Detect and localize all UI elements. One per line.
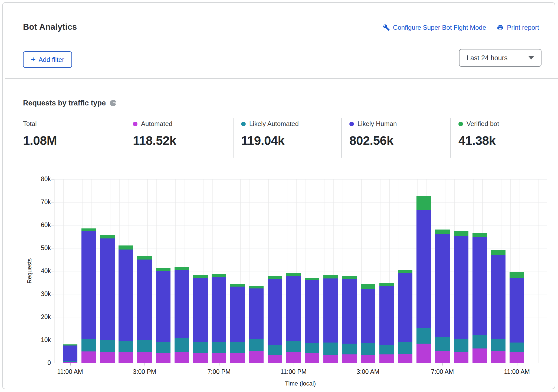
segment-automated [305, 353, 319, 363]
segment-likely-human [416, 210, 431, 328]
segment-verified-bot [323, 275, 338, 278]
segment-likely-human [323, 278, 338, 343]
stat-likely-human[interactable]: Likely Human 802.56k [349, 118, 397, 148]
stat-label: Verified bot [467, 120, 499, 128]
verified-bot-dot-icon [458, 122, 463, 126]
bar-11-00-am-0[interactable] [63, 344, 77, 363]
x-axis-title: Time (local) [285, 380, 316, 387]
bar-7-00-am-20[interactable] [435, 230, 450, 363]
time-range-select[interactable]: Last 24 hours [459, 49, 541, 67]
segment-verified-bot [100, 235, 115, 238]
bar-1-00-am-14[interactable] [323, 275, 338, 363]
section-title-row: Requests by traffic type [23, 99, 116, 107]
bar-6-00-am-19[interactable] [416, 196, 431, 363]
segment-likely-human [398, 273, 412, 342]
stat-verified-bot[interactable]: Verified bot 41.38k [458, 118, 499, 148]
segment-automated [342, 354, 357, 363]
segment-likely-automated [435, 337, 450, 351]
segment-likely-human [230, 287, 245, 343]
y-tick-mark [51, 317, 54, 317]
segment-likely-automated [454, 339, 468, 352]
bar-4-00-am-17[interactable] [379, 283, 394, 363]
bot-analytics-card: Bot Analytics Configure Super Bot Fight … [2, 2, 555, 389]
bar-2-00-am-15[interactable] [342, 276, 357, 363]
bar-10-00-am-23[interactable] [491, 250, 506, 363]
x-tick-label: 7:00 AM [418, 368, 467, 376]
bar-3-00-pm-4[interactable] [137, 256, 152, 363]
bar-5-00-am-18[interactable] [398, 270, 412, 363]
stat-likely-automated[interactable]: Likely Automated 119.04k [241, 118, 299, 148]
y-tick-mark [51, 294, 54, 294]
configure-super-bot-fight-mode-link[interactable]: Configure Super Bot Fight Mode [383, 24, 486, 31]
vertical-gridline [63, 179, 64, 363]
segment-likely-automated [193, 342, 208, 353]
bar-4-00-pm-5[interactable] [156, 268, 170, 363]
segment-verified-bot [305, 278, 319, 280]
segment-likely-automated [119, 341, 133, 352]
bar-5-00-pm-6[interactable] [175, 267, 189, 363]
segment-likely-automated [323, 343, 338, 355]
horizontal-gridline [54, 179, 547, 180]
x-tick-mark [145, 363, 145, 366]
segment-automated [119, 352, 133, 363]
segment-automated [100, 352, 115, 363]
y-tick-label: 40k [32, 267, 51, 274]
segment-verified-bot [435, 230, 450, 234]
segment-likely-human [119, 250, 133, 341]
bar-9-00-pm-10[interactable] [249, 286, 264, 363]
x-tick-label: 7:00 PM [195, 368, 243, 376]
bar-11-00-pm-12[interactable] [286, 273, 301, 363]
bar-1-00-pm-2[interactable] [100, 235, 115, 363]
stat-label: Likely Automated [249, 120, 299, 128]
segment-likely-automated [305, 343, 319, 353]
segment-likely-human [491, 255, 506, 338]
segment-verified-bot [156, 268, 170, 271]
segment-likely-automated [230, 342, 245, 353]
stat-value: 41.38k [458, 133, 499, 148]
page-title: Bot Analytics [23, 22, 77, 32]
horizontal-gridline [54, 225, 547, 225]
x-tick-mark [219, 363, 219, 366]
bar-9-00-am-22[interactable] [472, 233, 487, 363]
stat-label: Automated [141, 120, 172, 128]
y-tick-label: 0 [32, 359, 51, 366]
bar-6-00-pm-7[interactable] [193, 275, 208, 363]
stat-divider [233, 118, 234, 158]
y-tick-label: 30k [32, 290, 51, 297]
bar-3-00-am-16[interactable] [361, 284, 375, 363]
segment-automated [416, 344, 431, 363]
segment-verified-bot [416, 196, 431, 210]
segment-verified-bot [193, 275, 208, 278]
bar-11-00-am-24[interactable] [510, 272, 524, 363]
y-tick-label: 50k [32, 244, 51, 251]
bar-8-00-pm-9[interactable] [230, 284, 245, 363]
x-tick-label: 11:00 AM [493, 368, 541, 376]
bar-7-00-pm-8[interactable] [212, 274, 226, 363]
y-tick-mark [51, 248, 54, 248]
segment-likely-automated [361, 343, 375, 355]
x-tick-mark [294, 363, 294, 366]
segment-automated [137, 352, 152, 363]
bar-12-00-am-13[interactable] [305, 278, 319, 363]
bar-12-00-pm-1[interactable] [81, 228, 96, 363]
stat-divider [125, 118, 125, 158]
bar-2-00-pm-3[interactable] [119, 245, 133, 363]
segment-likely-human [100, 238, 115, 340]
segment-likely-automated [137, 340, 152, 352]
stat-automated[interactable]: Automated 118.52k [133, 118, 176, 148]
segment-likely-automated [249, 339, 264, 351]
segment-verified-bot [81, 228, 96, 231]
segment-likely-human [472, 237, 487, 335]
stat-divider [450, 118, 451, 158]
y-tick-mark [51, 340, 54, 340]
header-divider [5, 78, 558, 79]
segment-verified-bot [286, 273, 301, 276]
wrench-icon [383, 24, 390, 31]
stat-total[interactable]: Total 1.08M [23, 118, 57, 148]
bar-8-00-am-21[interactable] [454, 231, 468, 363]
bar-10-00-pm-11[interactable] [268, 276, 282, 363]
add-filter-button[interactable]: + Add filter [23, 51, 72, 68]
print-report-link[interactable]: Print report [497, 24, 539, 31]
likely-human-dot-icon [349, 122, 354, 126]
segment-automated [435, 351, 450, 363]
